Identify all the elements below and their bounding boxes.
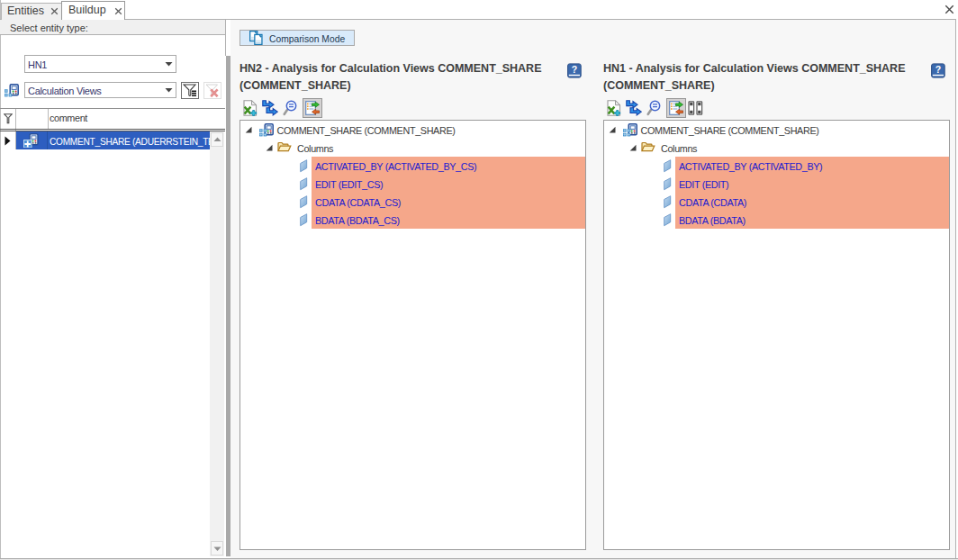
svg-text:?: ?	[935, 64, 941, 75]
svg-text:?: ?	[572, 64, 577, 75]
